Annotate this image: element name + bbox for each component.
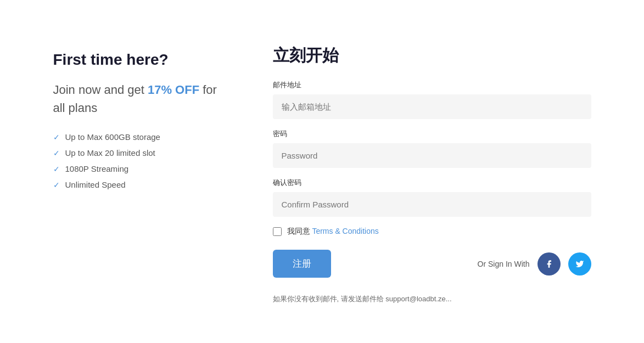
or-sign-in-text: Or Sign In With — [478, 260, 530, 268]
right-panel: 立刻开始 邮件地址 密码 确认密码 我同意 Terms & Conditions… — [273, 39, 591, 304]
twitter-icon — [575, 260, 584, 268]
register-button[interactable]: 注册 — [273, 250, 331, 278]
check-icon-1: ✓ — [53, 133, 60, 142]
main-container: First time here? Join now and get 17% OF… — [20, 17, 624, 326]
facebook-icon — [545, 260, 553, 268]
feature-item-1: ✓ Up to Max 600GB storage — [53, 132, 229, 142]
confirm-input[interactable] — [273, 192, 591, 217]
feature-item-2: ✓ Up to Max 20 limited slot — [53, 148, 229, 158]
confirm-label: 确认密码 — [273, 178, 591, 188]
feature-label-2: Up to Max 20 limited slot — [65, 148, 155, 158]
action-row: 注册 Or Sign In With — [273, 250, 591, 278]
confirm-group: 确认密码 — [273, 178, 591, 217]
email-label: 邮件地址 — [273, 80, 591, 90]
password-input[interactable] — [273, 143, 591, 168]
check-icon-4: ✓ — [53, 181, 60, 189]
promo-text: Join now and get 17% OFF for all plans — [53, 81, 229, 117]
left-panel: First time here? Join now and get 17% OF… — [53, 39, 229, 304]
promo-line1: Join now and get — [53, 83, 148, 97]
check-icon-3: ✓ — [53, 165, 60, 173]
check-icon-2: ✓ — [53, 149, 60, 158]
email-group: 邮件地址 — [273, 80, 591, 119]
password-group: 密码 — [273, 129, 591, 168]
promo-highlight: 17% OFF — [148, 83, 199, 97]
form-heading: 立刻开始 — [273, 44, 591, 67]
email-input[interactable] — [273, 94, 591, 119]
feature-item-3: ✓ 1080P Streaming — [53, 164, 229, 173]
feature-label-4: Unlimited Speed — [65, 180, 126, 189]
feature-item-4: ✓ Unlimited Speed — [53, 180, 229, 189]
password-label: 密码 — [273, 129, 591, 139]
terms-link[interactable]: Terms & Conditions — [312, 227, 378, 235]
facebook-button[interactable] — [537, 252, 561, 275]
main-heading: First time here? — [53, 50, 229, 70]
social-row: Or Sign In With — [478, 252, 591, 275]
features-list: ✓ Up to Max 600GB storage ✓ Up to Max 20… — [53, 132, 229, 189]
feature-label-3: 1080P Streaming — [65, 164, 129, 173]
terms-row: 我同意 Terms & Conditions — [273, 227, 591, 237]
feature-label-1: Up to Max 600GB storage — [65, 132, 160, 142]
footer-note: 如果你没有收到邮件, 请发送邮件给 support@loadbt.ze... — [273, 294, 591, 304]
terms-text: 我同意 Terms & Conditions — [287, 227, 379, 237]
twitter-button[interactable] — [568, 252, 591, 275]
terms-checkbox[interactable] — [273, 227, 282, 236]
